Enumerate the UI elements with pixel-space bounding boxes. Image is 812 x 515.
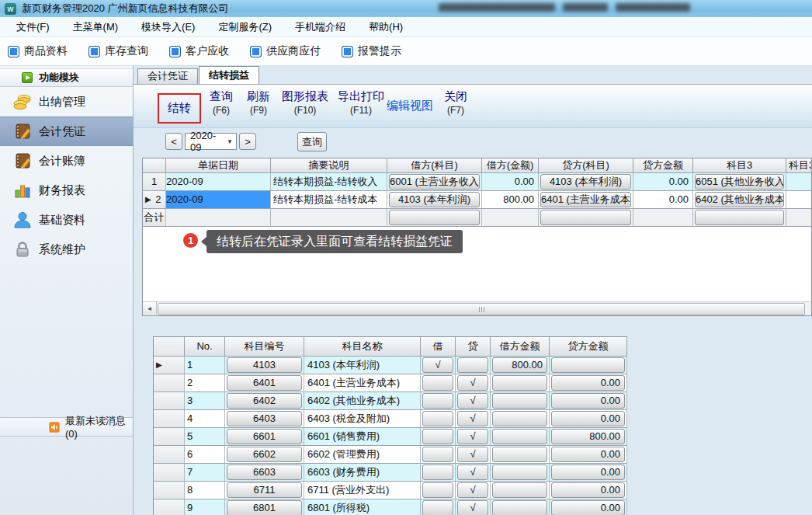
subject-code-button[interactable]: 6402 bbox=[227, 393, 302, 409]
quickbar-item-4[interactable]: 报警提示 bbox=[342, 44, 401, 58]
subject-name-cell[interactable]: 4103 (本年利润) bbox=[304, 357, 421, 374]
subject3-button[interactable] bbox=[695, 210, 784, 225]
sidebar-item-base-data[interactable]: 基础资料 bbox=[0, 205, 133, 235]
subject3-button[interactable]: 6402 (其他业务成本) bbox=[695, 192, 784, 207]
debit-amount-button[interactable] bbox=[492, 500, 547, 515]
row-no-cell[interactable]: 4 bbox=[185, 410, 225, 428]
credit-check-button[interactable]: √ bbox=[457, 411, 488, 426]
menu-item-2[interactable]: 模块导入(E) bbox=[130, 20, 206, 34]
row-selector-cell[interactable] bbox=[154, 482, 185, 499]
credit-subject-button[interactable]: 6401 (主营业务成本) bbox=[540, 192, 631, 207]
debit-amount-button[interactable] bbox=[492, 393, 547, 409]
row-no-cell[interactable]: 7 bbox=[185, 464, 225, 482]
row-number-cell[interactable]: ▶2 bbox=[143, 191, 166, 209]
sidebar-item-accounting-voucher[interactable]: 会计凭证 bbox=[0, 117, 133, 146]
chart-report-button[interactable]: 图形报表(F10) bbox=[282, 89, 328, 116]
credit-amount-button[interactable]: 0.00 bbox=[551, 482, 625, 498]
credit-subject-button[interactable]: 4103 (本年利润) bbox=[540, 174, 631, 190]
subject-code-button[interactable]: 6401 bbox=[227, 375, 302, 391]
debit-amount-button[interactable] bbox=[492, 375, 547, 391]
debit-amount-button[interactable] bbox=[492, 411, 547, 426]
document-date-cell[interactable]: 2020-09 bbox=[166, 173, 271, 191]
debit-amount-button[interactable] bbox=[492, 465, 547, 480]
subject-name-cell[interactable]: 6602 (管理费用) bbox=[304, 446, 421, 464]
scrollbar-left-arrow-icon[interactable]: ◄ bbox=[143, 302, 157, 315]
subject-code-button[interactable]: 6603 bbox=[227, 465, 302, 480]
debit-check-button[interactable] bbox=[422, 500, 453, 515]
row-no-cell[interactable]: 9 bbox=[185, 499, 225, 515]
row-no-cell[interactable]: 5 bbox=[185, 428, 225, 446]
row-no-cell[interactable]: 1 bbox=[185, 357, 225, 374]
credit-check-button[interactable]: √ bbox=[457, 465, 488, 480]
debit-check-button[interactable] bbox=[422, 482, 453, 498]
row-selector-cell[interactable] bbox=[154, 499, 185, 515]
row-no-cell[interactable]: 8 bbox=[185, 482, 225, 499]
quickbar-item-2[interactable]: 客户应收 bbox=[169, 44, 229, 58]
debit-amount-button[interactable] bbox=[492, 482, 547, 498]
debit-subject-button[interactable]: 6001 (主营业务收入) bbox=[389, 174, 480, 190]
row-selector-cell[interactable] bbox=[154, 374, 185, 392]
credit-amount-button[interactable]: 0.00 bbox=[551, 375, 625, 391]
quickbar-item-1[interactable]: 库存查询 bbox=[88, 44, 148, 58]
credit-amount-button[interactable]: 0.00 bbox=[551, 500, 625, 515]
sidebar-item-system-maintenance[interactable]: 系统维护 bbox=[0, 235, 133, 264]
credit-amount-button[interactable] bbox=[551, 357, 625, 373]
menu-item-4[interactable]: 手机端介绍 bbox=[283, 20, 357, 34]
edit-view-button[interactable]: 编辑视图 bbox=[387, 89, 433, 113]
subject3-button[interactable]: 6051 (其他业务收入) bbox=[695, 174, 784, 190]
subject-code-button[interactable]: 4103 bbox=[227, 357, 302, 373]
subject-name-cell[interactable]: 6401 (主营业务成本) bbox=[304, 374, 421, 392]
subject-name-cell[interactable]: 6711 (营业外支出) bbox=[304, 482, 421, 499]
subject-code-button[interactable]: 6801 bbox=[227, 500, 302, 515]
close-button[interactable]: 关闭(F7) bbox=[444, 89, 467, 116]
menu-item-1[interactable]: 主菜单(M) bbox=[61, 20, 130, 34]
credit-amount-button[interactable]: 800.00 bbox=[551, 429, 625, 444]
credit-check-button[interactable]: √ bbox=[457, 482, 488, 498]
debit-check-button[interactable] bbox=[422, 429, 453, 444]
debit-amount-button[interactable] bbox=[492, 429, 547, 444]
message-bar[interactable]: 最新未读消息 (0) bbox=[0, 417, 133, 437]
subject-code-button[interactable]: 6601 bbox=[227, 429, 302, 444]
carryover-button[interactable]: 结转 bbox=[158, 93, 201, 124]
next-period-button[interactable]: > bbox=[239, 133, 256, 150]
credit-amount-button[interactable]: 0.00 bbox=[551, 411, 625, 426]
subject-name-cell[interactable]: 6402 (其他业务成本) bbox=[304, 392, 421, 410]
query-f6-button[interactable]: 查询(F6) bbox=[210, 89, 233, 116]
horizontal-scrollbar[interactable]: ◄ bbox=[143, 301, 811, 315]
menu-item-3[interactable]: 定制服务(Z) bbox=[206, 20, 283, 34]
row-selector-cell[interactable]: ▶ bbox=[154, 357, 185, 374]
credit-check-button[interactable] bbox=[457, 357, 488, 373]
debit-amount-button[interactable] bbox=[492, 447, 547, 462]
subject-code-button[interactable]: 6602 bbox=[227, 447, 302, 462]
debit-check-button[interactable] bbox=[422, 447, 453, 462]
row-no-cell[interactable]: 2 bbox=[185, 374, 225, 392]
credit-check-button[interactable]: √ bbox=[457, 447, 488, 462]
debit-amount-button[interactable]: 800.00 bbox=[492, 357, 547, 373]
row-selector-cell[interactable] bbox=[154, 446, 185, 464]
sidebar-item-financial-report[interactable]: 财务报表 bbox=[0, 176, 133, 205]
refresh-button[interactable]: 刷新(F9) bbox=[247, 89, 270, 116]
subject-name-cell[interactable]: 6603 (财务费用) bbox=[304, 464, 421, 482]
credit-amount-button[interactable]: 0.00 bbox=[551, 465, 625, 480]
query-button[interactable]: 查询 bbox=[297, 132, 327, 151]
quickbar-item-0[interactable]: 商品资料 bbox=[8, 44, 68, 58]
summary-cell[interactable]: 结转本期损益-结转收入 bbox=[271, 173, 387, 191]
credit-check-button[interactable]: √ bbox=[457, 429, 488, 444]
tab-profit-carryover[interactable]: 结转损益 bbox=[199, 66, 259, 84]
credit-amount-button[interactable]: 0.00 bbox=[551, 447, 625, 462]
scrollbar-thumb[interactable] bbox=[158, 303, 805, 315]
subject-name-cell[interactable]: 6801 (所得税) bbox=[304, 499, 421, 515]
debit-check-button[interactable] bbox=[422, 465, 453, 480]
document-date-cell[interactable]: 2020-09 bbox=[166, 191, 271, 209]
quickbar-item-3[interactable]: 供应商应付 bbox=[250, 44, 321, 58]
credit-subject-button[interactable] bbox=[540, 210, 631, 225]
row-selector-cell[interactable] bbox=[154, 410, 185, 428]
credit-amount-button[interactable]: 0.00 bbox=[551, 393, 625, 409]
previous-period-button[interactable]: < bbox=[165, 133, 182, 150]
summary-cell[interactable]: 结转本期损益-结转成本 bbox=[271, 191, 387, 209]
menu-item-0[interactable]: 文件(F) bbox=[5, 20, 61, 34]
tab-accounting-voucher[interactable]: 会计凭证 bbox=[137, 68, 198, 84]
row-selector-cell[interactable] bbox=[154, 392, 185, 410]
subject-name-cell[interactable]: 6403 (税金及附加) bbox=[304, 410, 421, 428]
sidebar-item-cashier-management[interactable]: 出纳管理 bbox=[0, 87, 133, 117]
